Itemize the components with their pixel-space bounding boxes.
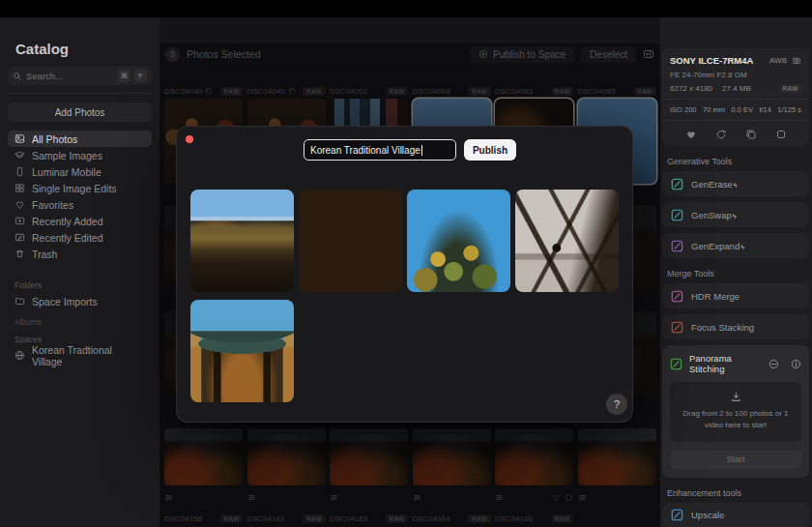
tool-panorama-stitching[interactable]: Panorama Stitching xyxy=(670,353,801,374)
help-button[interactable]: ? xyxy=(606,394,627,415)
lens-info: FE 24-70mm F2.8 GM xyxy=(670,71,801,79)
crop-frame-icon xyxy=(792,56,801,66)
tool-hdr-merge[interactable]: HDR Merge xyxy=(662,283,809,308)
add-photos-button[interactable]: Add Photos xyxy=(8,102,152,122)
collapse-minus-icon[interactable] xyxy=(768,359,779,369)
frame-icon[interactable] xyxy=(775,129,787,140)
sidebar-item-label: Recently Added xyxy=(32,216,103,227)
rotate-icon[interactable] xyxy=(715,129,727,140)
sidebar-item-label: All Photos xyxy=(32,133,77,145)
sidebar-item-korean-tradtional-village[interactable]: Korean Tradtional Village xyxy=(8,347,152,364)
file-size: 27.4 MB xyxy=(722,84,751,93)
drop-zone-text: Drag from 2 to 100 photos or 1 video her… xyxy=(682,408,789,432)
info-icon[interactable] xyxy=(791,359,801,369)
tool-hdr-merge-icon xyxy=(671,290,683,303)
raw-badge: RAW xyxy=(779,84,801,93)
sidebar-section-folders: Folders xyxy=(14,280,145,290)
section-label: Merge Tools xyxy=(667,269,804,278)
sidebar-item-label: Favorites xyxy=(32,199,73,211)
search-placeholder: Search... xyxy=(26,71,114,81)
tool-label: HDR Merge xyxy=(691,291,740,302)
sidebar-item-label: Luminar Mobile xyxy=(32,166,102,178)
tool-genswap[interactable]: GenSwapϟ xyxy=(662,202,809,227)
sidebar: Catalog Search... ⌘ F Add Photos All Pho… xyxy=(0,17,160,527)
copies-icon[interactable] xyxy=(745,129,757,140)
sidebar-section-spaces: Spaces xyxy=(14,335,145,344)
ai-bolt-icon: ϟ xyxy=(734,182,738,189)
tool-focus-stacking[interactable]: Focus Stacking xyxy=(662,314,809,339)
sidebar-item-trash[interactable]: Trash xyxy=(8,246,152,262)
publish-button[interactable]: Publish xyxy=(464,139,516,161)
sidebar-nav: All PhotosSample ImagesLuminar MobileSin… xyxy=(8,131,152,262)
sidebar-divider xyxy=(8,93,152,94)
section-label: Generative Tools xyxy=(667,157,804,166)
sidebar-title: Catalog xyxy=(15,41,69,57)
cap-icon xyxy=(14,150,25,161)
phone-icon xyxy=(14,166,25,177)
sidebar-item-recently-added[interactable]: Recently Added xyxy=(8,213,152,229)
publish-space-dialog: Korean Traditional Village Publish ? xyxy=(176,126,633,423)
inspector-panel: SONY ILCE-7RM4A AWB FE 24-70mm F2.8 GM 6… xyxy=(660,17,812,527)
download-tray-icon xyxy=(730,391,742,403)
sidebar-sections: FoldersSpace ImportsAlbumsSpacesKorean T… xyxy=(8,273,152,364)
sidebar-item-sample-images[interactable]: Sample Images xyxy=(8,147,152,163)
exif-row: ISO 20070 mm0.0 EVf/141/125 s xyxy=(670,105,801,114)
tool-label: GenExpandϟ xyxy=(691,241,744,251)
ai-bolt-icon: ϟ xyxy=(740,244,744,250)
exif-value: f/14 xyxy=(759,105,771,114)
tool-genswap-icon xyxy=(671,209,683,221)
space-thumb-foliage-blue-sky[interactable] xyxy=(407,190,510,292)
text-caret xyxy=(421,145,422,156)
favorite-heart-icon[interactable] xyxy=(685,129,697,140)
panorama-icon xyxy=(670,358,682,370)
space-photo-thumbnails xyxy=(190,190,621,402)
sidebar-item-label: Space Imports xyxy=(32,296,98,307)
tool-label: GenSwapϟ xyxy=(691,210,736,220)
awb-label: AWB xyxy=(769,56,787,65)
grid-icon xyxy=(14,183,25,193)
sidebar-item-all-photos[interactable]: All Photos xyxy=(8,131,152,147)
tool-focus-stacking-icon xyxy=(671,321,683,334)
sidebar-item-label: Trash xyxy=(32,249,57,260)
tool-label: Focus Stacking xyxy=(691,322,754,333)
panorama-drop-zone[interactable]: Drag from 2 to 100 photos or 1 video her… xyxy=(670,382,801,442)
sidebar-item-label: Recently Edited xyxy=(32,232,103,244)
tool-label: Upscale xyxy=(691,510,724,520)
tool-genexpand[interactable]: GenExpandϟ xyxy=(662,233,809,258)
panorama-start-button[interactable]: Start xyxy=(670,451,801,469)
sidebar-item-favorites[interactable]: Favorites xyxy=(8,196,152,213)
tool-panorama-stitching-card: Panorama Stitching Drag from 2 to 100 ph… xyxy=(662,345,809,478)
sidebar-item-luminar-mobile[interactable]: Luminar Mobile xyxy=(8,163,152,180)
exif-value: 70 mm xyxy=(703,105,725,114)
space-thumb-autumn-bridge-landscape[interactable] xyxy=(190,190,294,292)
space-name-value: Korean Traditional Village xyxy=(310,145,420,156)
photo-icon xyxy=(14,133,25,144)
camera-model: SONY ILCE-7RM4A xyxy=(670,55,769,66)
sidebar-item-label: Single Image Edits xyxy=(32,183,117,194)
trash-icon xyxy=(14,249,25,259)
clock-plus-icon xyxy=(14,216,25,226)
exif-value: 1/125 s xyxy=(777,105,801,114)
f-keycap: F xyxy=(134,70,147,82)
sidebar-item-recently-edited[interactable]: Recently Edited xyxy=(8,229,152,246)
tool-generase[interactable]: GenEraseϟ xyxy=(662,171,809,196)
clock-edit-icon xyxy=(14,232,25,243)
globe-icon xyxy=(14,350,25,361)
tool-upscale[interactable]: Upscale xyxy=(662,503,809,527)
sidebar-item-single-image-edits[interactable]: Single Image Edits xyxy=(8,180,152,196)
cmd-keycap: ⌘ xyxy=(118,70,130,82)
search-input[interactable]: Search... ⌘ F xyxy=(8,67,152,85)
photo-info-card: SONY ILCE-7RM4A AWB FE 24-70mm F2.8 GM 6… xyxy=(662,48,809,146)
sidebar-item-label: Korean Tradtional Village xyxy=(32,344,145,367)
screen: ✦ CatalogPresetsEdit ✦ Extras Export Cat… xyxy=(0,0,812,527)
close-window-dot[interactable] xyxy=(186,135,193,143)
space-thumb-bird-on-branches[interactable] xyxy=(515,190,619,292)
tool-upscale-icon xyxy=(671,509,683,521)
ai-bolt-icon: ϟ xyxy=(733,213,737,220)
space-thumb-korean-traditional-gate[interactable] xyxy=(190,300,294,402)
sidebar-item-space-imports[interactable]: Space Imports xyxy=(8,293,152,309)
tool-genexpand-icon xyxy=(671,240,683,252)
space-thumb-stone-frame-ground[interactable] xyxy=(299,190,402,292)
space-name-input[interactable]: Korean Traditional Village xyxy=(304,139,456,161)
tool-generase-icon xyxy=(671,178,683,190)
